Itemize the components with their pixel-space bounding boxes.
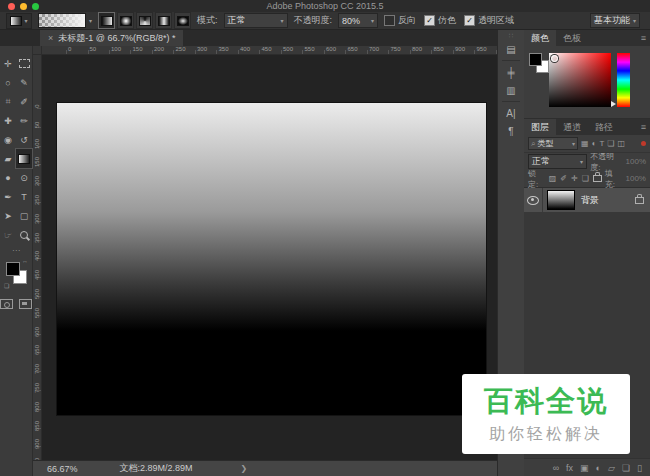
filter-pixel-layers-icon[interactable]: ▦ — [581, 139, 589, 148]
tool-preset-picker[interactable]: ▾ — [6, 13, 32, 29]
eyedropper-tool[interactable]: ✐ — [16, 92, 32, 111]
lasso-tool[interactable]: ○ — [0, 73, 16, 92]
workspace-switcher[interactable]: 基本功能 ▾ — [590, 13, 640, 28]
tab-layers[interactable]: 图层 — [524, 119, 556, 135]
tab-color[interactable]: 颜色 — [524, 30, 556, 46]
opacity-label: 不透明度: — [294, 14, 333, 27]
linear-gradient-button[interactable] — [98, 12, 115, 29]
horizontal-ruler[interactable]: 0501001502002503003504004505005506006507… — [42, 46, 497, 55]
hue-slider[interactable] — [617, 53, 630, 107]
checkbox-透明区域[interactable]: ✓透明区域 — [464, 14, 514, 27]
minimize-window-icon[interactable] — [20, 3, 27, 10]
hand-tool[interactable]: ☞ — [0, 225, 16, 244]
gradient-tool[interactable] — [16, 149, 32, 168]
foreground-color-swatch[interactable] — [529, 53, 542, 66]
close-tab-icon[interactable]: × — [48, 33, 53, 43]
layer-mask-icon[interactable]: ▣ — [580, 463, 589, 473]
lock-all-icon[interactable] — [593, 175, 602, 182]
eraser-tool[interactable]: ▰ — [0, 149, 16, 168]
radial-gradient-button[interactable] — [117, 12, 134, 29]
layer-effects-icon[interactable]: fx — [566, 463, 573, 473]
ruler-number: 400 — [34, 249, 40, 263]
clone-stamp-tool[interactable]: ◉ — [0, 130, 16, 149]
lock-pixels-icon[interactable]: ✐ — [560, 174, 567, 183]
filter-adjustment-layers-icon[interactable]: ◐ — [592, 139, 597, 148]
type-tool[interactable]: T — [16, 187, 32, 206]
angle-gradient-button[interactable] — [136, 12, 153, 29]
opacity-select[interactable]: 80% ▾ — [338, 13, 378, 28]
diamond-gradient-button[interactable] — [174, 12, 191, 29]
path-selection-tool[interactable]: ➤ — [0, 206, 16, 225]
link-layers-icon[interactable]: ∞ — [553, 463, 559, 473]
adjustment-layer-icon[interactable]: ◐ — [596, 463, 601, 473]
libraries-panel-icon[interactable]: ▥ — [498, 81, 524, 99]
shape-tool[interactable]: ▢ — [16, 206, 32, 225]
filter-shape-layers-icon[interactable]: ❏ — [607, 139, 614, 148]
layer-row-background[interactable]: 背景 — [524, 188, 650, 212]
gradient-preview[interactable] — [38, 13, 86, 28]
layer-filter-select[interactable]: ⌕ 类型 ▾ — [528, 137, 578, 150]
healing-brush-tool[interactable]: ✚ — [0, 111, 16, 130]
history-brush-tool[interactable]: ↺ — [16, 130, 32, 149]
lock-transparency-icon[interactable]: ▨ — [549, 174, 557, 183]
quick-mask-button[interactable] — [0, 299, 13, 309]
document-canvas[interactable] — [57, 103, 486, 415]
status-options-chevron-icon[interactable]: ❯ — [241, 464, 248, 473]
history-panel-icon[interactable]: ▤ — [498, 40, 524, 58]
ruler-number: 750 — [34, 381, 40, 395]
marquee-tool[interactable] — [16, 54, 32, 73]
checkbox-icon[interactable] — [384, 15, 395, 26]
pen-tool[interactable]: ✒ — [0, 187, 16, 206]
hue-slider-marker[interactable] — [611, 101, 616, 107]
paragraph-panel-icon[interactable]: ¶ — [498, 122, 524, 140]
checkbox-仿色[interactable]: ✓仿色 — [424, 14, 456, 27]
layer-visibility-toggle[interactable] — [524, 188, 543, 212]
canvas-viewport[interactable] — [42, 55, 497, 460]
default-colors-icon[interactable]: ❏ — [4, 282, 9, 289]
adjustments-panel-icon[interactable]: ╪ — [498, 63, 524, 81]
reflected-gradient-button[interactable] — [155, 12, 172, 29]
document-tab[interactable]: × 未标题-1 @ 66.7%(RGB/8*) * — [40, 30, 183, 46]
tab-paths[interactable]: 路径 — [588, 119, 620, 135]
ruler-number: 550 — [34, 306, 40, 320]
checkbox-反向[interactable]: 反向 — [384, 14, 416, 27]
blend-mode-select[interactable]: 正常 ▾ — [224, 13, 288, 28]
swap-colors-icon[interactable]: ↔ — [22, 258, 28, 264]
layer-thumbnail[interactable] — [547, 190, 575, 210]
tab-swatches[interactable]: 色板 — [556, 30, 588, 46]
lock-artboard-icon[interactable]: ❏ — [582, 174, 589, 183]
layer-fill-value[interactable]: 100% — [626, 174, 646, 183]
zoom-level-field[interactable]: 66.67% — [47, 464, 78, 474]
close-window-icon[interactable] — [8, 3, 15, 10]
screen-mode-button[interactable] — [19, 299, 32, 309]
vertical-ruler[interactable]: 0501001502002503003504004505005506006507… — [33, 55, 42, 460]
foreground-color-swatch[interactable] — [6, 262, 20, 276]
checkbox-icon[interactable]: ✓ — [464, 15, 475, 26]
dodge-tool[interactable]: ⊙ — [16, 168, 32, 187]
checkbox-icon[interactable]: ✓ — [424, 15, 435, 26]
workspace-value: 基本功能 — [594, 14, 630, 27]
filter-smart-objects-icon[interactable]: ◫ — [617, 139, 625, 148]
new-layer-icon[interactable]: ❏ — [622, 463, 630, 473]
panel-menu-icon[interactable]: ≡ — [641, 119, 646, 135]
character-panel-icon[interactable]: A| — [498, 104, 524, 122]
panel-menu-icon[interactable]: ≡ — [641, 30, 646, 46]
brush-tool[interactable]: ✏ — [16, 111, 32, 130]
blur-tool[interactable]: ● — [0, 168, 16, 187]
filter-toggle-icon[interactable] — [641, 141, 646, 146]
maximize-window-icon[interactable] — [32, 3, 39, 10]
quick-selection-tool[interactable]: ✎ — [16, 73, 32, 92]
color-picker-marker[interactable] — [551, 55, 558, 62]
dock-handle-icon[interactable]: ∷ — [498, 32, 524, 40]
layer-group-icon[interactable]: ▱ — [608, 463, 615, 473]
delete-layer-icon[interactable]: ▯ — [637, 463, 642, 473]
saturation-brightness-picker[interactable] — [549, 53, 611, 107]
tab-channels[interactable]: 通道 — [556, 119, 588, 135]
lock-position-icon[interactable]: ✛ — [571, 174, 578, 183]
move-tool[interactable]: ✛ — [0, 54, 16, 73]
layer-opacity-value[interactable]: 100% — [626, 157, 646, 166]
more-tools-icon[interactable]: ⋯ — [0, 246, 32, 255]
filter-type-layers-icon[interactable]: T — [599, 139, 604, 148]
zoom-tool[interactable] — [16, 225, 32, 244]
crop-tool[interactable]: ⌗ — [0, 92, 16, 111]
